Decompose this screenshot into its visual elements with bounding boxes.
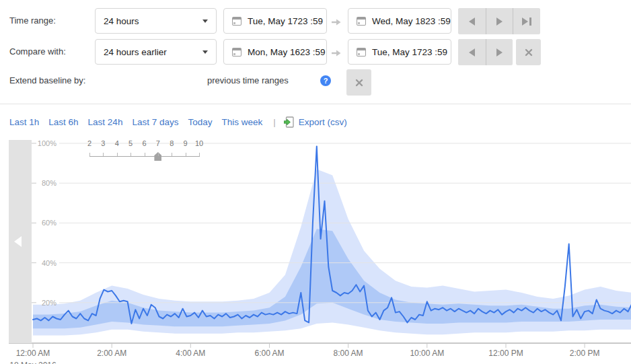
slider-tick-mark (103, 153, 104, 156)
time-range-start-input[interactable]: Tue, May 17 23 :59 (223, 8, 327, 34)
skip-to-end-icon (522, 17, 528, 26)
export-csv-icon (284, 116, 294, 128)
time-range-step-back-button[interactable] (458, 8, 486, 34)
compare-with-select-value: 24 hours earlier (104, 47, 167, 57)
arrow-right-icon (331, 17, 342, 29)
x-axis-label: 10:00 AM (410, 349, 444, 358)
compare-with-label: Compare with: (9, 46, 66, 57)
compare-start-time-text: 23 :59 (300, 47, 326, 57)
chevron-down-icon (202, 20, 208, 23)
close-icon (355, 79, 363, 87)
help-icon[interactable]: ? (320, 75, 331, 86)
export-csv-link[interactable]: Export (csv) (284, 116, 347, 128)
slider-tick-label: 2 (87, 139, 91, 147)
x-axis-date-label: 18 May 2016 (9, 361, 57, 364)
time-range-select[interactable]: 24 hours (95, 8, 217, 34)
collapse-left-arrow-icon (14, 236, 22, 247)
compare-start-input[interactable]: Mon, May 16 23 :59 (223, 39, 327, 65)
slider-tick-mark (117, 153, 118, 156)
slider-tick-mark (131, 153, 131, 156)
extend-baseline-row: Extend baseline by: 2345678910 previous … (0, 69, 631, 96)
compare-with-row: Compare with: 24 hours earlier Mon, May … (0, 39, 631, 65)
quick-link-today[interactable]: Today (188, 117, 212, 127)
monitoring-panel: 20%40%60%80%100%12:00 AM2:00 AM4:00 AM6:… (0, 0, 631, 364)
slider-tick-label: 4 (115, 139, 119, 147)
calendar-icon (232, 17, 242, 26)
slider-tick-label: 3 (101, 139, 105, 147)
extend-baseline-slider[interactable]: 2345678910 (89, 139, 200, 163)
slider-tick-mark (172, 153, 172, 156)
slider-tick-mark (158, 153, 159, 156)
start-date-text: Tue, May 17 (248, 16, 298, 26)
end-date-text: Wed, May 18 (372, 16, 425, 26)
time-range-select-value: 24 hours (104, 16, 139, 26)
time-range-nav-group (458, 8, 540, 34)
extend-baseline-label: Extend baseline by: (9, 75, 85, 85)
export-csv-label: Export (csv) (299, 117, 347, 127)
collapse-chart-panel-handle[interactable] (9, 140, 32, 343)
close-icon (525, 48, 533, 57)
arrow-right-icon (331, 48, 342, 60)
time-range-label: Time range: (9, 15, 56, 26)
y-axis-label: 40% (42, 259, 57, 267)
time-range-step-forward-button[interactable] (486, 8, 513, 34)
slider-tick-label: 10 (195, 139, 203, 147)
calendar-icon (232, 48, 242, 57)
section-divider (0, 104, 631, 104)
x-axis-label: 12:00 PM (488, 349, 523, 358)
compare-step-back-button[interactable] (458, 39, 486, 65)
calendar-icon (357, 48, 366, 57)
slider-tick-label: 8 (170, 139, 174, 147)
links-separator: | (273, 117, 276, 127)
compare-step-forward-button[interactable] (486, 39, 513, 65)
x-axis-label: 2:00 AM (97, 349, 126, 358)
y-axis-label: 60% (42, 219, 57, 227)
slider-tick-label: 6 (142, 139, 146, 147)
compare-start-date-text: Mon, May 16 (248, 47, 300, 57)
time-range-row: Time range: 24 hours Tue, May 17 23 :59 … (0, 8, 631, 34)
time-range-end-input[interactable]: Wed, May 18 23 :59 (348, 8, 451, 34)
x-axis-label: 6:00 AM (254, 349, 284, 358)
slider-tick-mark (89, 153, 90, 156)
quick-link-last-6h[interactable]: Last 6h (48, 117, 78, 127)
x-axis-label: 12:00 AM (16, 349, 50, 358)
slider-tick-mark (145, 153, 145, 156)
quick-link-this-week[interactable]: This week (221, 117, 262, 127)
slider-track[interactable] (89, 156, 200, 157)
y-axis-label: 100% (38, 139, 57, 147)
slider-tick-mark (186, 153, 186, 156)
quick-link-last-24h[interactable]: Last 24h (88, 117, 123, 127)
slider-tick-label: 9 (184, 139, 188, 147)
time-range-jump-to-latest-button[interactable] (513, 8, 540, 34)
calendar-icon (357, 17, 366, 26)
x-axis-label: 4:00 AM (176, 349, 205, 358)
compare-end-date-text: Tue, May 17 (372, 47, 422, 57)
end-time-text: 23 :59 (425, 16, 451, 26)
slider-tick-mark (199, 153, 200, 156)
compare-end-input[interactable]: Tue, May 17 23 :59 (348, 39, 451, 65)
extend-baseline-suffix: previous time ranges (207, 75, 289, 85)
next-icon (496, 48, 503, 57)
y-axis-label: 80% (42, 179, 57, 187)
x-axis-label: 8:00 AM (334, 349, 363, 358)
previous-icon (469, 48, 475, 57)
compare-nav-group (458, 39, 513, 65)
previous-icon (469, 17, 475, 26)
compare-end-time-text: 23 :59 (422, 47, 448, 57)
slider-tick-label: 7 (156, 139, 160, 147)
compare-with-select[interactable]: 24 hours earlier (95, 39, 217, 65)
quick-link-last-7-days[interactable]: Last 7 days (132, 117, 178, 127)
start-time-text: 23 :59 (298, 16, 324, 26)
clear-baseline-button[interactable] (346, 69, 371, 96)
slider-tick-label: 5 (128, 139, 133, 147)
chevron-down-icon (202, 50, 208, 54)
x-axis-label: 2:00 PM (570, 349, 600, 358)
quick-link-last-1h[interactable]: Last 1h (9, 117, 39, 127)
quick-links-bar: Last 1h Last 6h Last 24h Last 7 days Tod… (9, 116, 347, 128)
y-axis-label: 20% (42, 299, 57, 307)
next-icon (496, 17, 503, 26)
remove-comparison-button[interactable] (516, 39, 541, 65)
